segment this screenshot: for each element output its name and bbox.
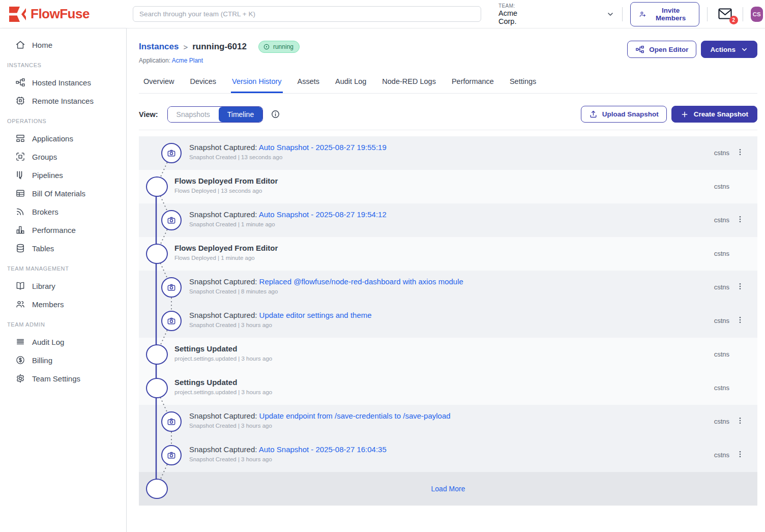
list-icon [15, 337, 25, 347]
chip-icon [15, 96, 25, 106]
sliders-icon [146, 378, 168, 398]
row-meta: Snapshot Created | 8 minutes ago [189, 288, 463, 294]
dollar-icon [15, 355, 25, 365]
row-menu-button[interactable] [735, 147, 745, 157]
brand-name: FlowFuse [31, 6, 90, 22]
load-more-link[interactable]: Load More [139, 472, 757, 506]
sidebar-item-groups[interactable]: Groups [0, 147, 126, 166]
sidebar-item-bill-of-materials[interactable]: Bill Of Materials [0, 184, 126, 202]
tab-settings[interactable]: Settings [509, 74, 537, 93]
book-icon [15, 281, 25, 291]
sidebar-section-team-management: TEAM MANAGEMENT [0, 265, 126, 272]
tab-audit-log[interactable]: Audit Log [334, 74, 367, 93]
tab-version-history[interactable]: Version History [231, 74, 283, 93]
search-input[interactable] [133, 6, 481, 22]
event-title: Flows Deployed From Editor [174, 244, 278, 252]
sidebar-item-audit-log[interactable]: Audit Log [0, 333, 126, 351]
camera-icon [161, 411, 182, 432]
snapshot-link[interactable]: Replaced @flowfuse/node-red-dashboard wi… [259, 277, 463, 286]
sidebar-item-label: Hosted Instances [32, 78, 91, 87]
snapshot-link[interactable]: Auto Snapshot - 2025-08-27 19:55:19 [259, 143, 387, 152]
row-menu-button[interactable] [735, 281, 745, 291]
timeline-row: Snapshot Captured: Replaced @flowfuse/no… [139, 271, 757, 304]
camera-icon [161, 210, 182, 230]
tab-devices[interactable]: Devices [189, 74, 217, 93]
broadcast-icon [15, 206, 25, 217]
snapshot-link[interactable]: Update editor settings and theme [259, 311, 372, 319]
sidebar-item-performance[interactable]: Performance [0, 221, 126, 239]
main-content: Instances > running-6012 running Applica… [127, 28, 765, 532]
row-meta: project.settings.updated | 3 hours ago [174, 389, 272, 395]
row-user: cstns [714, 317, 729, 324]
sidebar-item-remote-instances[interactable]: Remote Instances [0, 92, 126, 110]
snapshot-link[interactable]: Update endpoint from /save-credentials t… [259, 411, 451, 420]
flowfuse-logo[interactable]: FlowFuse [0, 6, 127, 22]
deploy-icon [146, 176, 168, 197]
invite-members-button[interactable]: Invite Members [630, 2, 699, 26]
invite-members-label: Invite Members [651, 7, 691, 22]
row-menu-button[interactable] [735, 416, 745, 426]
timeline-row: Settings Updated project.settings.update… [139, 371, 757, 405]
snapshot-link[interactable]: Auto Snapshot - 2025-08-27 19:54:12 [259, 210, 387, 219]
sidebar-item-team-settings[interactable]: Team Settings [0, 369, 126, 388]
app-header: FlowFuse TEAM: Acme Corp. Invite Members… [0, 0, 765, 28]
row-user: cstns [714, 216, 729, 224]
sidebar-item-billing[interactable]: Billing [0, 351, 126, 369]
applications-icon [15, 133, 25, 143]
row-menu-button[interactable] [735, 315, 745, 325]
row-menu-button[interactable] [735, 214, 745, 224]
database-icon [15, 243, 25, 253]
pipelines-icon [15, 170, 25, 180]
row-menu-button[interactable] [735, 449, 745, 459]
sidebar-item-label: Remote Instances [32, 97, 94, 105]
timeline-row: Snapshot Captured: Update endpoint from … [139, 405, 757, 438]
sidebar-item-pipelines[interactable]: Pipelines [0, 166, 126, 184]
create-snapshot-button[interactable]: Create Snapshot [671, 106, 757, 123]
deploy-icon [146, 244, 168, 264]
sidebar-item-label: Pipelines [32, 171, 63, 180]
team-selector[interactable]: TEAM: Acme Corp. [498, 3, 530, 25]
open-editor-button[interactable]: Open Editor [627, 41, 696, 58]
sidebar-item-hosted-instances[interactable]: Hosted Instances [0, 73, 126, 92]
row-user: cstns [714, 183, 729, 190]
tab-performance[interactable]: Performance [451, 74, 495, 93]
row-meta: Flows Deployed | 1 minute ago [174, 255, 278, 261]
chevron-down-icon[interactable] [606, 10, 614, 18]
sidebar-item-library[interactable]: Library [0, 277, 126, 295]
instance-tabs: Overview Devices Version History Assets … [139, 74, 757, 94]
sidebar-item-label: Bill Of Materials [32, 189, 85, 198]
timeline-row: Snapshot Captured: Auto Snapshot - 2025-… [139, 438, 757, 472]
sidebar-item-tables[interactable]: Tables [0, 239, 126, 257]
toggle-timeline[interactable]: Timeline [219, 107, 262, 122]
row-user: cstns [714, 149, 729, 157]
flowfuse-logo-icon [9, 6, 26, 22]
bar-chart-icon [15, 225, 25, 235]
sidebar-item-brokers[interactable]: Brokers [0, 202, 126, 221]
sliders-icon [146, 344, 168, 365]
toggle-snapshots[interactable]: Snapshots [168, 107, 219, 122]
actions-button[interactable]: Actions [701, 41, 757, 58]
application-link[interactable]: Acme Plant [172, 57, 203, 64]
notifications-button[interactable]: 2 [715, 7, 735, 21]
sidebar-section-instances: INSTANCES [0, 62, 126, 68]
camera-icon [161, 311, 182, 331]
view-label: View: [139, 110, 158, 119]
sidebar-item-label: Applications [32, 134, 73, 143]
row-user: cstns [714, 283, 729, 291]
sidebar-item-applications[interactable]: Applications [0, 129, 126, 147]
row-user: cstns [714, 250, 729, 257]
sidebar-item-home[interactable]: Home [0, 36, 126, 54]
breadcrumb-instances-link[interactable]: Instances [139, 42, 179, 52]
avatar[interactable]: CS [751, 7, 763, 22]
timeline-row: Snapshot Captured: Auto Snapshot - 2025-… [139, 203, 757, 237]
upload-snapshot-button[interactable]: Upload Snapshot [581, 106, 667, 123]
info-icon[interactable] [271, 109, 280, 119]
snapshot-link[interactable]: Auto Snapshot - 2025-08-27 16:04:35 [259, 445, 387, 454]
status-badge: running [258, 41, 300, 53]
tab-overview[interactable]: Overview [142, 74, 175, 93]
tab-node-red-logs[interactable]: Node-RED Logs [381, 74, 437, 93]
timeline-row: Snapshot Captured: Auto Snapshot - 2025-… [139, 136, 757, 170]
tab-assets[interactable]: Assets [297, 74, 321, 93]
sidebar-item-members[interactable]: Members [0, 295, 126, 313]
sidebar-item-label: Performance [32, 226, 76, 234]
